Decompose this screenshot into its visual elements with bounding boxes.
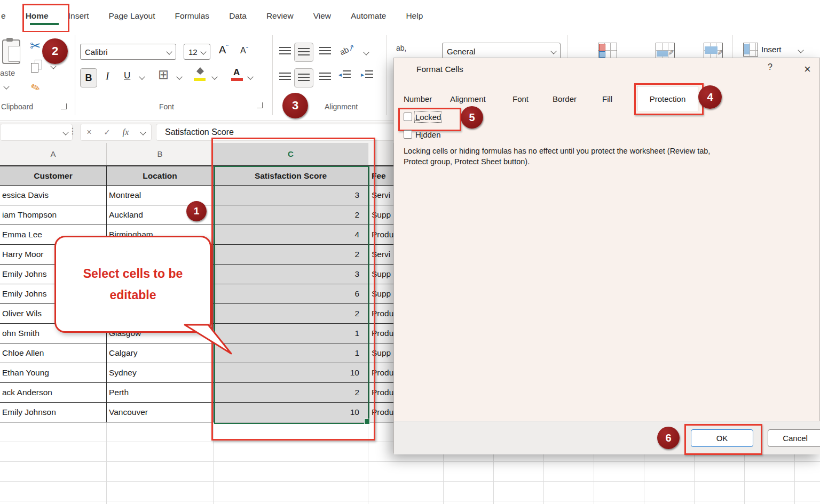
font-color-icon[interactable]: A [233,67,240,78]
cell-feedback[interactable]: Produ [368,225,393,245]
cancel-button[interactable]: Cancel [768,429,820,447]
insert-cells-icon[interactable] [743,43,758,57]
cell-score[interactable]: 10 [214,363,368,383]
insert-button-label[interactable]: Insert [761,45,782,54]
orientation-icon[interactable]: ab↗ [338,42,357,58]
ok-button[interactable]: OK [691,429,753,447]
tab-page-layout[interactable]: Page Layout [107,8,156,24]
font-name-chevron[interactable] [166,49,172,54]
cancel-entry-icon[interactable]: × [86,127,91,137]
cell-feedback[interactable]: Produ [368,304,393,324]
cell-customer[interactable]: Emily Johnson [0,403,107,422]
cell-styles-icon[interactable]: ✎ [704,43,723,59]
conditional-formatting-icon[interactable] [598,43,617,59]
font-size-chevron[interactable] [200,49,206,54]
tab-data[interactable]: Data [228,8,248,24]
shrink-font-icon[interactable]: Aˇ [240,46,248,55]
underline-chevron[interactable] [139,74,145,79]
fill-color-chevron[interactable] [211,74,217,79]
format-as-table-icon[interactable]: ✎ [656,43,675,59]
align-top-icon[interactable] [279,47,291,55]
fill-handle[interactable] [364,419,370,425]
align-bottom-icon[interactable] [319,47,331,55]
tab-alignment[interactable]: Alignment [450,94,486,103]
cut-icon[interactable]: ✂ [30,38,41,53]
header-location[interactable]: Location [107,165,214,186]
tab-automate[interactable]: Automate [350,8,387,24]
name-box-chevron[interactable] [62,129,68,135]
underline-button[interactable]: U [124,70,130,81]
cell-location[interactable]: Vancouver [107,403,214,422]
borders-icon[interactable]: ⊞ [158,67,169,82]
fx-chevron[interactable] [140,129,146,135]
locked-checkbox[interactable] [404,113,412,121]
align-right-icon[interactable] [319,73,331,81]
tab-font[interactable]: Font [512,94,529,103]
cell-feedback[interactable]: Supp [368,284,393,304]
font-name-combo[interactable]: Calibri [80,44,176,60]
hidden-checkbox[interactable] [404,130,412,139]
cell-feedback[interactable]: Supp [368,343,393,363]
column-header-c-selected[interactable]: C [214,143,368,165]
fill-color-icon[interactable] [196,67,204,75]
cell-score[interactable]: 2 [214,245,368,265]
tab-formulas[interactable]: Formulas [174,8,211,24]
copy-dropdown-chevron[interactable] [50,63,56,69]
cell-feedback[interactable]: Supp [368,265,393,284]
formula-bar-dots[interactable]: ⋮ [68,126,77,136]
tab-border[interactable]: Border [553,94,577,103]
cell-score[interactable]: 10 [214,403,368,422]
bold-button[interactable]: B [80,68,97,87]
insert-function-icon[interactable]: fx [122,127,129,137]
increase-indent-icon[interactable]: ▸ [361,70,373,79]
grow-font-icon[interactable]: Aˆ [219,44,228,56]
enter-entry-icon[interactable]: ✓ [104,127,111,137]
clipboard-dialog-launcher-icon[interactable] [61,103,67,109]
cell-customer[interactable]: ack Anderson [0,383,107,403]
tab-home[interactable]: Home [25,8,50,24]
cell-customer[interactable]: iam Thompson [0,205,107,225]
column-header-a[interactable]: A [0,143,107,165]
orientation-chevron[interactable] [363,49,369,55]
cell-score[interactable]: 6 [214,284,368,304]
copy-icon[interactable] [31,60,43,73]
decrease-indent-icon[interactable]: ◂ [338,70,351,79]
name-box[interactable] [0,124,73,141]
borders-chevron[interactable] [176,74,182,79]
wrap-text-icon[interactable]: ab, [396,44,406,52]
number-format-chevron[interactable] [550,48,556,54]
paste-label-partial[interactable]: aste [0,68,15,77]
tab-view[interactable]: View [312,8,332,24]
italic-button[interactable]: I [106,70,109,82]
cell-feedback[interactable]: Servi [368,245,393,265]
cell-score[interactable]: 2 [214,383,368,403]
dialog-help-button[interactable]: ? [768,62,772,72]
tab-number[interactable]: Number [404,94,432,103]
insert-chevron[interactable] [798,47,803,53]
paste-dropdown-chevron[interactable] [3,83,9,89]
font-dialog-launcher-icon[interactable] [257,102,263,108]
cell-score[interactable]: 4 [214,225,368,245]
cell-score[interactable]: 3 [214,265,368,284]
dialog-close-button[interactable]: × [804,62,811,76]
hidden-checkbox-label[interactable]: Hidden [415,130,441,139]
format-painter-icon[interactable]: ✎ [29,80,42,95]
paste-icon[interactable] [2,39,20,64]
cell-customer[interactable]: Chloe Allen [0,343,107,363]
font-size-combo[interactable]: 12 [184,44,210,60]
align-middle-icon[interactable] [294,43,313,62]
font-color-chevron[interactable] [247,74,253,79]
cell-feedback[interactable]: Produ [368,363,393,383]
header-customer[interactable]: Customer [0,165,107,186]
cell-feedback[interactable]: Produ [368,403,393,422]
column-header-b[interactable]: B [107,143,214,165]
cell-feedback[interactable]: Produ [368,324,393,343]
tab-fill[interactable]: Fill [602,94,612,103]
column-header-d-partial[interactable] [368,143,393,165]
cell-customer[interactable]: essica Davis [0,186,107,205]
align-center-icon[interactable] [294,68,313,87]
tab-insert[interactable]: Insert [67,8,90,24]
cell-location[interactable]: Perth [107,383,214,403]
tab-file-partial[interactable]: e [0,8,7,24]
header-satisfaction-score[interactable]: Satisfaction Score [214,165,368,186]
